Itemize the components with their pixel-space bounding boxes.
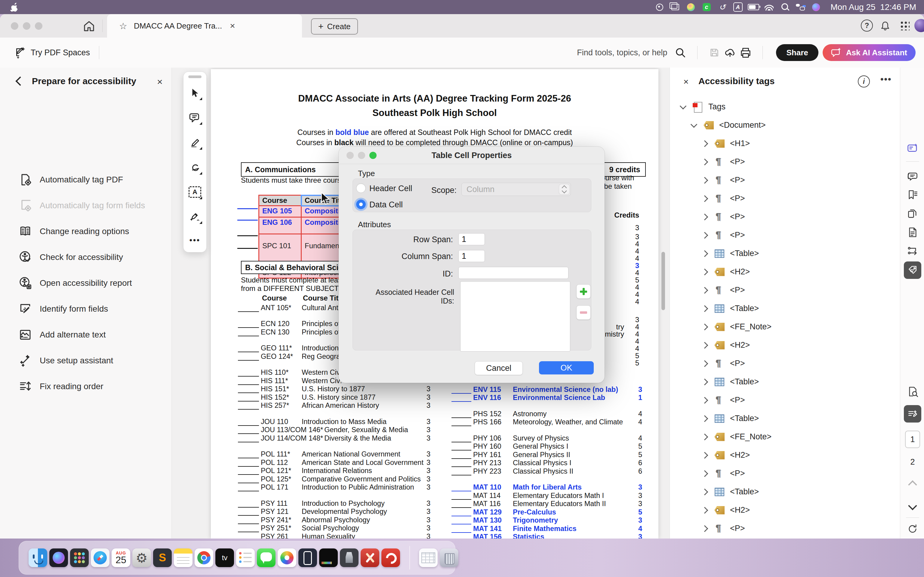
chevron-icon[interactable]	[701, 287, 708, 293]
tag-tree-item[interactable]: <H2>	[670, 446, 900, 464]
share-button[interactable]: Share	[776, 44, 818, 61]
chevron-icon[interactable]	[701, 360, 708, 367]
messages-dock-icon[interactable]	[257, 548, 276, 567]
sidebar-item-auto-tag-form-fields[interactable]: Automatically tag form fields	[0, 193, 171, 219]
apple-menu-icon[interactable]	[10, 3, 18, 12]
sidebar-item-use-setup-assistant[interactable]: Use setup assistant	[0, 348, 171, 374]
apple-tv-dock-icon[interactable]: tv	[215, 548, 234, 567]
files-grid-dock-icon[interactable]	[419, 548, 438, 567]
tag-tree-item[interactable]: <H2>	[670, 263, 900, 281]
cricket-app-icon[interactable]: c	[699, 2, 714, 12]
screen-record-icon[interactable]	[652, 2, 667, 12]
window-zoom-button[interactable]	[35, 22, 42, 30]
add-text-tool-icon[interactable]: A	[187, 185, 202, 200]
input-source-icon[interactable]: A	[730, 2, 746, 12]
bookmarks-rail-icon[interactable]	[907, 189, 918, 201]
pdf-scrollbar[interactable]	[661, 252, 665, 310]
chevron-icon[interactable]	[701, 507, 708, 514]
back-chevron-icon[interactable]	[15, 76, 25, 85]
tag-tree-item[interactable]: <H2>	[670, 501, 900, 519]
search-icon[interactable]	[672, 45, 688, 60]
page-two-label[interactable]: 2	[910, 458, 915, 467]
apps-grid-icon[interactable]	[899, 19, 911, 32]
sublime-dock-icon[interactable]: S	[153, 548, 172, 567]
tag-tree-item[interactable]: <P>	[670, 226, 900, 244]
info-icon[interactable]: i	[858, 76, 870, 87]
chevron-icon[interactable]	[701, 140, 708, 147]
trash-dock-icon[interactable]	[440, 548, 459, 567]
reading-flow-rail-icon[interactable]	[907, 245, 918, 257]
add-header-id-button[interactable]	[576, 284, 591, 299]
sidebar-item-open-accessibility-report[interactable]: Open accessibility report	[0, 270, 171, 296]
chevron-icon[interactable]	[701, 525, 708, 532]
chevron-icon[interactable]	[701, 470, 708, 477]
table-cell[interactable]: ENG 106	[259, 217, 301, 234]
chevron-icon[interactable]	[701, 452, 708, 459]
iphone-mirroring-dock-icon[interactable]	[298, 548, 317, 567]
column-span-input[interactable]	[459, 250, 485, 262]
chevron-icon[interactable]	[691, 121, 698, 128]
tag-tree-item[interactable]: <H2>	[670, 336, 900, 354]
header-cell-radio[interactable]	[356, 183, 366, 193]
tag-tree-item[interactable]: <Document>	[670, 116, 900, 134]
wifi-icon[interactable]	[761, 2, 777, 12]
tag-tree-item[interactable]: <FE_Note>	[670, 318, 900, 336]
siri-dock-icon[interactable]	[49, 548, 68, 567]
settings-dock-icon[interactable]: ⚙	[132, 548, 151, 567]
color-profile-icon[interactable]	[683, 2, 699, 12]
ask-ai-assistant-button[interactable]: Ask AI Assistant	[823, 44, 916, 61]
more-options-icon[interactable]: •••	[880, 74, 892, 84]
sidebar-item-fix-reading-order[interactable]: Fix reading order	[0, 374, 171, 400]
create-button[interactable]: + Create	[311, 18, 358, 35]
chevron-icon[interactable]	[701, 378, 708, 385]
siri-icon[interactable]	[808, 2, 824, 12]
accessibility-tags-rail-icon[interactable]	[904, 261, 921, 279]
sidebar-item-check-accessibility[interactable]: Check for accessibility	[0, 244, 171, 270]
previous-page-chevron[interactable]	[909, 482, 916, 488]
reminders-dock-icon[interactable]	[236, 548, 255, 567]
time-machine-icon[interactable]: ↺	[714, 2, 730, 12]
chevron-icon[interactable]	[701, 213, 708, 220]
tag-tree-item[interactable]: <P>	[670, 464, 900, 483]
tag-tree-item[interactable]: <Table>	[670, 409, 900, 428]
tag-tree-item[interactable]: <H1>	[670, 134, 900, 153]
window-layers-icon[interactable]	[667, 2, 683, 12]
menu-bar-clock[interactable]: Mon Aug 25 12:46 PM	[830, 2, 916, 12]
utility-dock-icon[interactable]	[340, 548, 359, 567]
tag-tree-item[interactable]: <P>	[670, 281, 900, 299]
chevron-icon[interactable]	[680, 103, 687, 110]
tag-tree-item[interactable]: <P>	[670, 171, 900, 189]
attachments-rail-icon[interactable]	[907, 227, 918, 238]
sidebar-item-auto-tag-pdf[interactable]: Automatically tag PDF	[0, 167, 171, 193]
home-icon[interactable]	[83, 20, 95, 33]
scope-dropdown[interactable]: Column	[461, 183, 571, 196]
comments-rail-icon[interactable]	[907, 171, 918, 182]
remove-header-id-button[interactable]	[576, 305, 591, 320]
notifications-bell-icon[interactable]	[879, 19, 892, 32]
chevron-icon[interactable]	[701, 488, 708, 495]
comment-tool-icon[interactable]	[187, 110, 202, 125]
reading-order-rail-icon[interactable]	[904, 405, 921, 422]
rotate-page-icon[interactable]	[907, 523, 918, 535]
chevron-icon[interactable]	[701, 397, 708, 404]
ok-button[interactable]: OK	[539, 361, 594, 374]
page-number-box[interactable]: 1	[905, 430, 920, 448]
launchpad-dock-icon[interactable]	[70, 548, 89, 567]
chevron-icon[interactable]	[701, 268, 708, 275]
tag-tree-item[interactable]: <P>	[670, 519, 900, 538]
sidebar-item-add-alternate-text[interactable]: Add alternate text	[0, 322, 171, 348]
control-center-icon[interactable]	[793, 2, 808, 12]
highlight-tool-icon[interactable]	[187, 135, 202, 150]
cancel-button[interactable]: Cancel	[475, 361, 523, 375]
star-icon[interactable]: ☆	[119, 21, 127, 31]
chevron-icon[interactable]	[701, 250, 708, 257]
drag-handle[interactable]	[188, 76, 202, 78]
chevron-icon[interactable]	[701, 342, 708, 349]
sidebar-item-change-reading-options[interactable]: Change reading options	[0, 219, 171, 244]
chevron-icon[interactable]	[701, 434, 708, 440]
terminal-dock-icon[interactable]	[319, 548, 338, 567]
panel-close-icon[interactable]: ×	[157, 76, 163, 87]
tags-panel-close-icon[interactable]: ×	[683, 77, 689, 87]
more-tools-icon[interactable]: •••	[187, 233, 202, 248]
chevron-icon[interactable]	[701, 177, 708, 184]
